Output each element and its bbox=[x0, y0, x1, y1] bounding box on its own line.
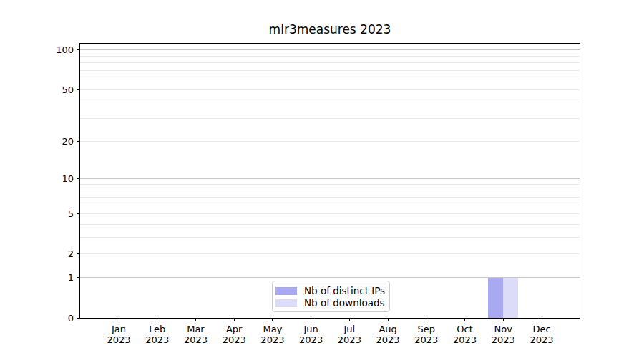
gridline-minor bbox=[80, 213, 580, 214]
gridline-minor bbox=[80, 224, 580, 225]
gridline-minor bbox=[80, 141, 580, 142]
x-tick-mark bbox=[542, 319, 542, 321]
gridline-minor bbox=[80, 90, 580, 90]
x-tick-mark bbox=[388, 319, 389, 321]
y-tick-mark bbox=[77, 277, 79, 278]
x-tick-mark bbox=[464, 319, 465, 321]
gridline-minor bbox=[80, 62, 580, 63]
gridline-minor bbox=[80, 184, 580, 185]
legend: Nb of distinct IPs Nb of downloads bbox=[272, 281, 390, 312]
y-tick-label: 1 bbox=[0, 272, 74, 283]
gridline-minor bbox=[80, 237, 580, 238]
y-tick-mark bbox=[77, 90, 79, 90]
y-tick-label: 2 bbox=[0, 248, 74, 259]
y-tick-mark bbox=[77, 318, 79, 319]
y-tick-label: 100 bbox=[0, 44, 74, 55]
gridline-minor bbox=[80, 197, 580, 198]
gridline-minor bbox=[80, 253, 580, 254]
bar-nov-nb-of-distinct-ips bbox=[488, 278, 503, 318]
x-tick-label: Dec2023 bbox=[519, 324, 565, 345]
y-tick-label: 0 bbox=[0, 313, 74, 324]
x-tick-mark bbox=[157, 319, 157, 321]
legend-swatch-downloads bbox=[275, 299, 297, 307]
chart-title: mlr3measures 2023 bbox=[79, 22, 580, 37]
legend-entry-distinct-ips: Nb of distinct IPs bbox=[275, 285, 385, 296]
y-tick-mark bbox=[77, 253, 79, 254]
y-tick-mark bbox=[77, 213, 79, 214]
x-tick-mark bbox=[311, 319, 311, 321]
x-tick-mark bbox=[272, 319, 273, 321]
chart-figure: mlr3measures 2023 Nb of distinct IPs Nb … bbox=[0, 0, 644, 358]
gridline-minor bbox=[80, 102, 580, 102]
x-tick-mark bbox=[234, 319, 235, 321]
gridline-minor bbox=[80, 79, 580, 79]
y-tick-mark bbox=[77, 49, 79, 50]
y-tick-label: 20 bbox=[0, 136, 74, 147]
y-tick-label: 50 bbox=[0, 84, 74, 95]
y-tick-mark bbox=[77, 178, 79, 179]
y-tick-label: 10 bbox=[0, 173, 74, 184]
x-tick-mark bbox=[503, 319, 504, 321]
gridline-major bbox=[80, 49, 580, 50]
y-tick-label: 5 bbox=[0, 208, 74, 219]
gridline-major bbox=[80, 178, 580, 179]
legend-label-downloads: Nb of downloads bbox=[304, 297, 385, 309]
plot-area bbox=[79, 43, 580, 319]
legend-swatch-distinct-ips bbox=[275, 287, 297, 295]
x-tick-mark bbox=[119, 319, 119, 321]
bar-nov-nb-of-downloads bbox=[503, 278, 518, 318]
y-tick-mark bbox=[77, 141, 79, 142]
x-tick-mark bbox=[349, 319, 350, 321]
legend-label-distinct-ips: Nb of distinct IPs bbox=[304, 285, 385, 296]
x-tick-mark bbox=[195, 319, 196, 321]
legend-entry-downloads: Nb of downloads bbox=[275, 297, 385, 309]
gridline-minor bbox=[80, 190, 580, 190]
gridline-minor bbox=[80, 56, 580, 57]
gridline-minor bbox=[80, 205, 580, 205]
x-tick-label-line: Dec bbox=[519, 324, 565, 334]
x-tick-mark bbox=[426, 319, 426, 321]
gridline-minor bbox=[80, 118, 580, 119]
x-tick-label-line: 2023 bbox=[519, 334, 565, 345]
gridline-minor bbox=[80, 70, 580, 71]
